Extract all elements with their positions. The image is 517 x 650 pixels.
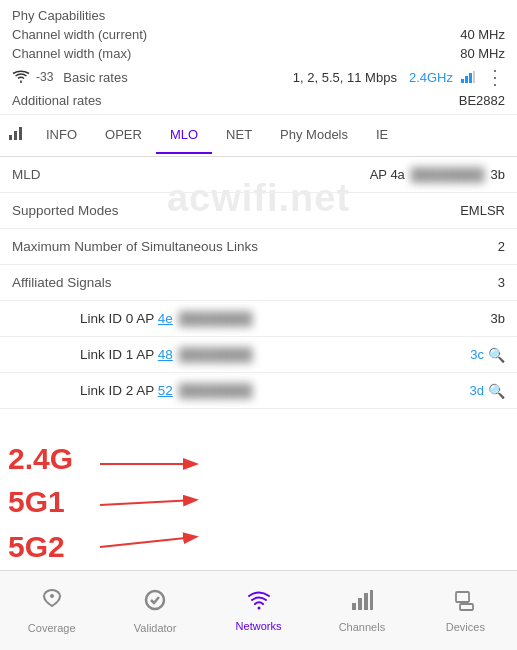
supported-modes-row: Supported Modes EMLSR [0, 193, 517, 229]
channel-width-max-row: Channel width (max) 80 MHz [12, 44, 505, 63]
mld-id-value: 3b [491, 167, 505, 182]
svg-rect-18 [456, 592, 469, 602]
link0-text: Link ID 0 AP 4e [80, 311, 173, 326]
svg-rect-3 [473, 71, 475, 83]
nav-networks[interactable]: Networks [207, 582, 310, 640]
networks-label: Networks [236, 620, 282, 632]
link1-search-icon[interactable]: 🔍 [488, 347, 505, 363]
max-links-row: Maximum Number of Simultaneous Links 2 [0, 229, 517, 265]
channels-label: Channels [339, 621, 385, 633]
link1-value: 3c [470, 347, 484, 362]
svg-rect-6 [19, 127, 22, 140]
nav-coverage[interactable]: Coverage [0, 580, 103, 642]
devices-icon [453, 589, 477, 617]
tab-net[interactable]: NET [212, 117, 266, 154]
max-links-value: 2 [498, 239, 505, 254]
main-content: acwifi.net MLD AP 4a ████████ 3b Support… [0, 157, 517, 617]
link0-ap-code: 4e [158, 311, 173, 326]
svg-rect-17 [370, 590, 373, 610]
signal-value: -33 [36, 70, 53, 84]
supported-modes-value: EMLSR [460, 203, 505, 218]
signal-bars-icon [461, 71, 475, 83]
link1-text: Link ID 1 AP 48 [80, 347, 173, 362]
svg-rect-0 [461, 79, 464, 83]
red-label-2g: 2.4G [8, 442, 73, 476]
link-row-1: Link ID 1 AP 48 ████████ 3c 🔍 [0, 337, 517, 373]
channels-icon [350, 589, 374, 617]
svg-rect-15 [358, 598, 362, 610]
mld-ap-value: AP 4a [370, 167, 405, 182]
svg-rect-5 [14, 131, 17, 140]
additional-rates-label: Additional rates [12, 93, 102, 108]
channel-width-current-row: Channel width (current) 40 MHz [12, 25, 505, 44]
svg-line-8 [100, 500, 195, 505]
max-links-label: Maximum Number of Simultaneous Links [12, 239, 258, 254]
freq-label: 2.4GHz [409, 70, 453, 85]
networks-icon [247, 590, 271, 616]
tabs-bar: INFO OPER MLO NET Phy Models IE [0, 115, 517, 157]
link2-search-icon[interactable]: 🔍 [488, 383, 505, 399]
svg-rect-14 [352, 603, 356, 610]
red-label-5g1: 5G1 [8, 485, 65, 519]
link0-mac-blurred: ████████ [179, 311, 253, 326]
link-row-0: Link ID 0 AP 4e ████████ 3b [0, 301, 517, 337]
tab-info[interactable]: INFO [32, 117, 91, 154]
link2-value: 3d [470, 383, 484, 398]
tab-mlo[interactable]: MLO [156, 117, 212, 154]
link2-mac-blurred: ████████ [179, 383, 253, 398]
link-rows: Link ID 0 AP 4e ████████ 3b Link ID 1 AP… [0, 301, 517, 409]
coverage-label: Coverage [28, 622, 76, 634]
link0-value: 3b [491, 311, 505, 326]
link2-text: Link ID 2 AP 52 [80, 383, 173, 398]
mld-row: MLD AP 4a ████████ 3b [0, 157, 517, 193]
svg-rect-1 [465, 76, 468, 83]
mlo-table: MLD AP 4a ████████ 3b Supported Modes EM… [0, 157, 517, 301]
affiliated-value: 3 [498, 275, 505, 290]
cw-max-value: 80 MHz [460, 46, 505, 61]
tab-oper[interactable]: OPER [91, 117, 156, 154]
svg-line-9 [100, 537, 195, 547]
network-name-row: Additional rates BE2882 [12, 91, 505, 110]
phy-capabilities-row: Phy Capabilities [12, 6, 505, 25]
nav-devices[interactable]: Devices [414, 581, 517, 641]
link1-ap-code[interactable]: 48 [158, 347, 173, 362]
devices-label: Devices [446, 621, 485, 633]
cw-current-value: 40 MHz [460, 27, 505, 42]
svg-point-13 [257, 606, 260, 609]
svg-rect-2 [469, 73, 472, 83]
validator-icon [143, 588, 167, 618]
tab-ie[interactable]: IE [362, 117, 402, 154]
cw-max-label: Channel width (max) [12, 46, 131, 61]
bottom-nav: Coverage Validator Networks [0, 570, 517, 650]
mld-label: MLD [12, 167, 41, 182]
svg-rect-19 [460, 604, 473, 610]
link2-ap-code[interactable]: 52 [158, 383, 173, 398]
coverage-icon [40, 588, 64, 618]
affiliated-label: Affiliated Signals [12, 275, 112, 290]
basic-rates-label: Basic rates [63, 70, 127, 85]
top-info-bar: Phy Capabilities Channel width (current)… [0, 0, 517, 115]
validator-label: Validator [134, 622, 177, 634]
network-name-value: BE2882 [459, 93, 505, 108]
link-row-2: Link ID 2 AP 52 ████████ 3d 🔍 [0, 373, 517, 409]
tab-stats[interactable] [0, 115, 32, 156]
more-button[interactable]: ⋮ [485, 65, 505, 89]
affiliated-row: Affiliated Signals 3 [0, 265, 517, 301]
red-label-5g2: 5G2 [8, 530, 65, 564]
mld-mac-blurred: ████████ [411, 167, 485, 182]
nav-validator[interactable]: Validator [103, 580, 206, 642]
basic-rates-value: 1, 2, 5.5, 11 Mbps [293, 70, 397, 85]
wifi-icon [12, 70, 30, 84]
svg-point-11 [50, 594, 54, 598]
svg-rect-16 [364, 593, 368, 610]
supported-modes-label: Supported Modes [12, 203, 119, 218]
cw-current-label: Channel width (current) [12, 27, 147, 42]
svg-rect-4 [9, 135, 12, 140]
nav-channels[interactable]: Channels [310, 581, 413, 641]
link1-mac-blurred: ████████ [179, 347, 253, 362]
tab-phy-models[interactable]: Phy Models [266, 117, 362, 154]
phy-cap-label: Phy Capabilities [12, 8, 105, 23]
basic-rates-row: -33 Basic rates 1, 2, 5.5, 11 Mbps 2.4GH… [12, 63, 505, 91]
